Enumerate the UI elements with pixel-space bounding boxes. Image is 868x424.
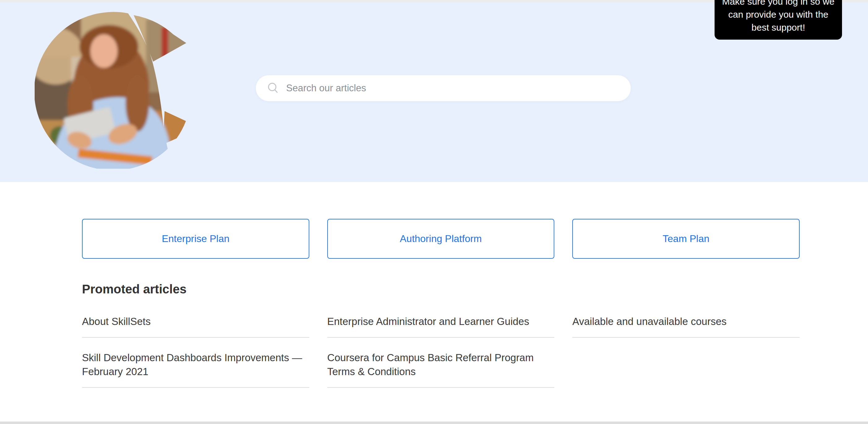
category-buttons-row: Enterprise Plan Authoring Platform Team … xyxy=(82,219,800,259)
article-link[interactable]: Available and unavailable courses xyxy=(572,314,800,338)
promoted-articles-grid: About SkillSets Skill Development Dashbo… xyxy=(82,314,800,401)
search-input[interactable] xyxy=(286,83,621,94)
enterprise-plan-button[interactable]: Enterprise Plan xyxy=(82,219,309,259)
hero-section: Make sure you log in so we can provide y… xyxy=(0,2,868,182)
tooltip-line: Make sure you log in so we xyxy=(721,0,836,8)
tooltip-line: can provide you with the xyxy=(721,8,836,21)
login-tooltip: Make sure you log in so we can provide y… xyxy=(715,0,842,40)
articles-column-1: About SkillSets Skill Development Dashbo… xyxy=(82,314,309,401)
tooltip-line: best support! xyxy=(721,21,836,34)
article-link[interactable]: About SkillSets xyxy=(82,314,309,338)
promoted-articles-heading: Promoted articles xyxy=(82,282,800,297)
authoring-platform-button[interactable]: Authoring Platform xyxy=(327,219,555,259)
main-content: Enterprise Plan Authoring Platform Team … xyxy=(82,219,800,401)
team-plan-button[interactable]: Team Plan xyxy=(572,219,800,259)
footer-divider xyxy=(0,422,868,424)
article-link[interactable]: Skill Development Dashboards Improvement… xyxy=(82,351,309,388)
article-link[interactable]: Enterprise Administrator and Learner Gui… xyxy=(327,314,555,338)
article-link[interactable]: Coursera for Campus Basic Referral Progr… xyxy=(327,351,555,388)
search-icon xyxy=(267,82,279,94)
support-agent-photo xyxy=(35,10,193,169)
search-bar xyxy=(256,75,631,101)
hero-avatar xyxy=(35,10,193,169)
articles-column-3: Available and unavailable courses xyxy=(572,314,800,351)
articles-column-2: Enterprise Administrator and Learner Gui… xyxy=(327,314,555,401)
